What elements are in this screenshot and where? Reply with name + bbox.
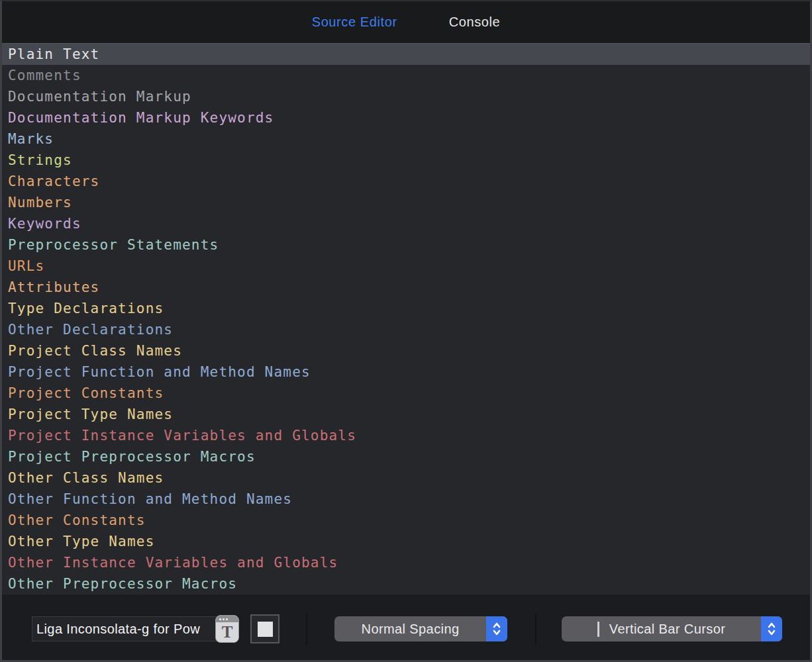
list-item[interactable]: Plain Text: [2, 44, 810, 65]
list-item[interactable]: Keywords: [2, 213, 810, 234]
list-item[interactable]: Project Class Names: [2, 340, 810, 361]
popup-chevrons-icon: [761, 616, 782, 641]
list-item[interactable]: URLs: [2, 256, 810, 277]
tab-bar: Source Editor Console: [2, 1, 810, 43]
font-panel-titlebar-icon: [216, 616, 238, 622]
list-item[interactable]: Attributes: [2, 277, 810, 298]
footer-divider: [535, 614, 536, 645]
list-item[interactable]: Comments: [2, 65, 810, 86]
footer-bar: Liga Inconsolata-g for Pow T Normal Spac…: [2, 594, 810, 660]
list-item[interactable]: Type Declarations: [2, 298, 810, 319]
cursor-popup-label: Vertical Bar Cursor: [609, 622, 725, 637]
list-item[interactable]: Other Function and Method Names: [2, 489, 810, 510]
font-field-group: Liga Inconsolata-g for Pow T: [32, 615, 239, 643]
font-picker-button[interactable]: T: [215, 615, 239, 643]
list-item[interactable]: Characters: [2, 171, 810, 192]
spacing-popup-label: Normal Spacing: [362, 622, 460, 637]
list-item[interactable]: Numbers: [2, 192, 810, 213]
color-swatch: [258, 622, 273, 637]
list-item[interactable]: Other Declarations: [2, 319, 810, 340]
list-item[interactable]: Other Preprocessor Macros: [2, 573, 810, 594]
list-item[interactable]: Other Type Names: [2, 531, 810, 552]
font-name-field[interactable]: Liga Inconsolata-g for Pow: [32, 616, 221, 641]
spacing-popup[interactable]: Normal Spacing: [334, 616, 507, 641]
fonts-colors-panel: Source Editor Console Plain TextComments…: [0, 0, 812, 662]
footer-divider: [306, 614, 307, 645]
tab-console[interactable]: Console: [449, 15, 501, 30]
list-item[interactable]: Strings: [2, 150, 810, 171]
list-item[interactable]: Project Instance Variables and Globals: [2, 425, 810, 446]
tab-source-editor[interactable]: Source Editor: [312, 15, 397, 30]
font-panel-t-icon: T: [216, 622, 238, 641]
list-item[interactable]: Project Constants: [2, 383, 810, 404]
popup-chevrons-icon: [486, 616, 507, 641]
cursor-popup[interactable]: Vertical Bar Cursor: [562, 616, 782, 641]
list-item[interactable]: Project Preprocessor Macros: [2, 446, 810, 467]
list-item[interactable]: Documentation Markup Keywords: [2, 107, 810, 128]
list-item[interactable]: Preprocessor Statements: [2, 234, 810, 256]
vertical-bar-cursor-icon: [597, 622, 599, 637]
text-color-well[interactable]: [250, 614, 279, 643]
list-item[interactable]: Marks: [2, 128, 810, 150]
list-item[interactable]: Documentation Markup: [2, 86, 810, 107]
list-item[interactable]: Project Type Names: [2, 404, 810, 425]
list-item[interactable]: Other Class Names: [2, 467, 810, 489]
list-item[interactable]: Project Function and Method Names: [2, 361, 810, 383]
list-item[interactable]: Other Constants: [2, 510, 810, 531]
style-list: Plain TextCommentsDocumentation MarkupDo…: [2, 43, 810, 594]
list-item[interactable]: Other Instance Variables and Globals: [2, 552, 810, 573]
